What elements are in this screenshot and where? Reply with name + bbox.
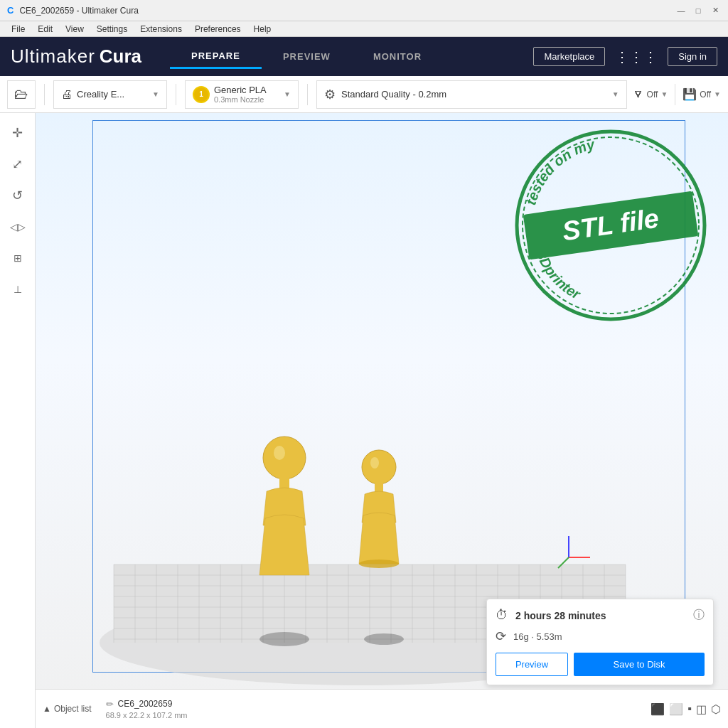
- info-detail-button[interactable]: ⓘ: [693, 608, 705, 623]
- svg-point-37: [263, 437, 306, 479]
- support-arrow: ▼: [660, 90, 668, 98]
- scale-tool[interactable]: ⤢: [5, 151, 31, 177]
- quality-dropdown-arrow: ▼: [612, 90, 619, 98]
- toolbar-separator-2: [176, 84, 176, 105]
- object-info: ✏ CE6_2002659 68.9 x 22.2 x 107.2 mm: [106, 699, 188, 719]
- duplicate-icon[interactable]: ◫: [696, 702, 707, 716]
- chevron-up-icon: ▲: [43, 704, 51, 714]
- svg-point-42: [359, 560, 399, 568]
- menu-settings[interactable]: Settings: [91, 23, 133, 36]
- settings-group: ⛛ Off ▼ 💾 Off ▼: [633, 84, 721, 105]
- edit-icon: ✏: [106, 699, 114, 710]
- menu-extensions[interactable]: Extensions: [134, 23, 188, 36]
- arrange-icon[interactable]: ⬡: [711, 702, 721, 716]
- material-select-text: Generic PLA 0.3mm Nozzle: [214, 85, 267, 104]
- quality-selector[interactable]: ⚙ Standard Quality - 0.2mm ▼: [316, 80, 627, 109]
- material-indicator: 1: [193, 86, 210, 103]
- object-list-toggle[interactable]: ▲ Object list: [43, 704, 92, 714]
- printer-selector[interactable]: 🖨 Creality E... ▼: [53, 80, 167, 109]
- save-to-disk-button[interactable]: Save to Disk: [574, 653, 705, 676]
- material-usage: 16g · 5.53m: [513, 631, 562, 642]
- cube-alt-icon[interactable]: ⬜: [669, 702, 683, 716]
- material-usage-icon: ⟳: [496, 628, 506, 644]
- adhesion-setting[interactable]: 💾 Off ▼: [682, 87, 721, 101]
- mirror-tool[interactable]: ◁▷: [5, 214, 31, 240]
- object-action-icons: ⬛ ⬜ ▪ ◫ ⬡: [651, 702, 721, 716]
- window-title: CE6_2002659 - Ultimaker Cura: [19, 6, 138, 16]
- stamp-svg: tested on my 3Dprinter STL file: [511, 126, 710, 325]
- object-name: CE6_2002659: [118, 699, 173, 709]
- cube-icon[interactable]: ⬛: [651, 702, 665, 716]
- object-list-bar: ▲ Object list ✏ CE6_2002659 68.9 x 22.2 …: [36, 689, 728, 728]
- printer-dropdown-arrow: ▼: [152, 90, 159, 98]
- svg-point-35: [259, 632, 309, 646]
- material-name: Generic PLA: [214, 85, 267, 95]
- menu-edit[interactable]: Edit: [32, 23, 58, 36]
- object-list-label: Object list: [54, 704, 92, 714]
- apps-grid-icon[interactable]: ⋮⋮⋮: [612, 46, 660, 68]
- material-row: ⟳ 16g · 5.53m: [496, 628, 705, 644]
- material-dropdown-arrow: ▼: [284, 90, 291, 98]
- svg-point-36: [364, 633, 404, 645]
- back-wall: [92, 120, 685, 121]
- menu-bar: File Edit View Settings Extensions Prefe…: [0, 21, 728, 37]
- logo-ultimaker: Ultimaker: [11, 46, 95, 68]
- menu-view[interactable]: View: [60, 23, 90, 36]
- quality-label: Standard Quality - 0.2mm: [341, 89, 446, 100]
- left-toolbar: ✛ ⤢ ↺ ◁▷ ⊞ ⊥: [0, 113, 36, 728]
- svg-point-43: [370, 457, 379, 469]
- adhesion-arrow: ▼: [714, 90, 721, 98]
- header-right: Marketplace ⋮⋮⋮ Sign in: [533, 46, 717, 68]
- nav-tabs: PREPARE PREVIEW MONITOR: [170, 45, 443, 69]
- cube-solid-icon[interactable]: ▪: [687, 702, 692, 716]
- printer-name: Creality E...: [77, 89, 124, 100]
- menu-file[interactable]: File: [6, 23, 31, 36]
- time-icon: ⏱: [496, 608, 508, 623]
- title-bar-left: C CE6_2002659 - Ultimaker Cura: [7, 5, 139, 16]
- support-setting[interactable]: ⛛ Off ▼: [633, 88, 668, 101]
- tab-monitor[interactable]: MONITOR: [352, 45, 443, 69]
- material-selector[interactable]: 1 Generic PLA 0.3mm Nozzle ▼: [185, 80, 299, 109]
- app-icon: C: [7, 5, 14, 16]
- stamp-overlay: tested on my 3Dprinter STL file: [511, 126, 710, 325]
- move-tool[interactable]: ✛: [5, 120, 31, 146]
- save-icon: 💾: [682, 87, 697, 101]
- open-folder-button[interactable]: 🗁: [7, 80, 36, 109]
- viewport: tested on my 3Dprinter STL file ⏱ 2 hour…: [36, 113, 728, 728]
- action-buttons: Preview Save to Disk: [496, 653, 705, 676]
- marketplace-button[interactable]: Marketplace: [533, 47, 605, 66]
- rotate-tool[interactable]: ↺: [5, 183, 31, 208]
- minimize-button[interactable]: —: [675, 5, 687, 16]
- close-button[interactable]: ✕: [710, 5, 721, 16]
- signin-button[interactable]: Sign in: [668, 47, 717, 66]
- maximize-button[interactable]: □: [692, 5, 704, 16]
- print-time: 2 hours 28 minutes: [515, 610, 686, 621]
- app-logo: Ultimaker Cura: [11, 46, 141, 68]
- time-row: ⏱ 2 hours 28 minutes ⓘ: [496, 608, 705, 623]
- printer-select-text: Creality E...: [77, 89, 124, 100]
- tab-preview[interactable]: PREVIEW: [262, 45, 352, 69]
- main-area: ✛ ⤢ ↺ ◁▷ ⊞ ⊥: [0, 113, 728, 728]
- support-tool[interactable]: ⊥: [5, 277, 31, 302]
- support-label: Off: [647, 90, 658, 100]
- menu-help[interactable]: Help: [248, 23, 277, 36]
- preview-button[interactable]: Preview: [496, 653, 568, 676]
- toolbar-separator-1: [44, 84, 45, 105]
- logo-cura: Cura: [100, 46, 141, 68]
- object-dimensions: 68.9 x 22.2 x 107.2 mm: [106, 711, 188, 719]
- nozzle-size: 0.3mm Nozzle: [214, 95, 267, 104]
- title-bar-controls: — □ ✕: [675, 5, 721, 16]
- group-tool[interactable]: ⊞: [5, 245, 31, 271]
- object-name-row: ✏ CE6_2002659: [106, 699, 188, 710]
- title-bar: C CE6_2002659 - Ultimaker Cura — □ ✕: [0, 0, 728, 21]
- svg-point-39: [274, 446, 285, 460]
- menu-preferences[interactable]: Preferences: [189, 23, 247, 36]
- support-icon: ⛛: [633, 88, 644, 101]
- toolbar-separator-3: [307, 84, 308, 105]
- tab-prepare[interactable]: PREPARE: [170, 45, 262, 69]
- toolbar-separator-4: [675, 84, 675, 105]
- svg-point-40: [362, 450, 396, 484]
- quality-icon: ⚙: [324, 87, 336, 102]
- print-info-panel: ⏱ 2 hours 28 minutes ⓘ ⟳ 16g · 5.53m Pre…: [486, 599, 714, 685]
- adhesion-label: Off: [700, 90, 711, 100]
